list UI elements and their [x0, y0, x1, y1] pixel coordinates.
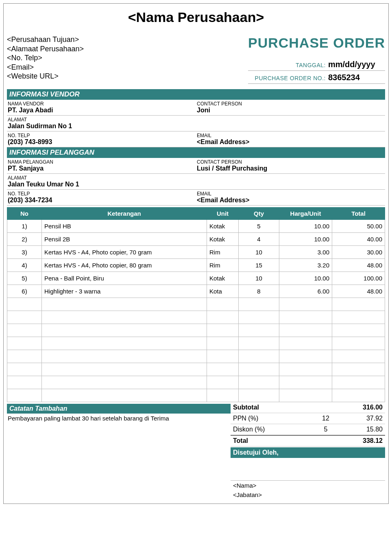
vendor-contact-value: Joni [196, 107, 385, 116]
ppn-row: PPN (%) 12 37.92 [231, 413, 385, 424]
purchase-order-page: <Nama Perusahaan> <Perusahaan Tujuan> <A… [3, 3, 389, 504]
cell-price: 3.00 [279, 246, 332, 259]
company-name: <Nama Perusahaan> [7, 9, 385, 25]
vendor-addr-value: Jalan Sudirman No 1 [7, 123, 385, 131]
vendor-email-label: EMAIL [196, 131, 385, 138]
vendor-email-value: <Email Address> [196, 138, 385, 147]
header-row: <Perusahaan Tujuan> <Alamaat Perusahaan>… [7, 35, 385, 85]
addr-line4: <Email> [7, 63, 84, 72]
vendor-name-value: PT. Jaya Abadi [7, 107, 196, 116]
vendor-tel-label: NO. TELP [7, 131, 196, 138]
cell-qty: 8 [239, 285, 279, 298]
cell-total: 50.00 [332, 220, 385, 233]
approval-role: <Jabatan> [231, 490, 385, 499]
approval-title: Disetujui Oleh, [231, 447, 385, 458]
subtotal-label: Subtotal [233, 404, 314, 411]
col-qty: Qty [239, 208, 279, 220]
cell-desc: Pena - Ball Point, Biru [42, 272, 207, 285]
cust-row2: ALAMAT Jalan Teuku Umar No 1 [7, 174, 385, 190]
cell-price: 10.00 [279, 233, 332, 246]
po-number-row: PURCHASE ORDER NO.: 8365234 [248, 72, 385, 84]
cell-unit: Kota [207, 285, 239, 298]
col-desc: Keterangan [42, 208, 207, 220]
diskon-value: 15.80 [338, 426, 383, 433]
vendor-section-title: INFORMASI VENDOR [7, 89, 385, 100]
subtotal-value: 316.00 [338, 404, 383, 411]
col-price: Harga/Unit [279, 208, 332, 220]
vendor-contact-label: CONTACT PERSON [196, 100, 385, 107]
po-title: PURCHASE ORDER [248, 35, 385, 51]
table-row: 3)Kertas HVS - A4, Photo copier, 70 gram… [7, 246, 385, 259]
table-row: 1)Pensil HBKotak510.0050.00 [7, 220, 385, 233]
cust-contact-label: CONTACT PERSON [196, 158, 385, 165]
table-row-empty [7, 350, 385, 363]
cell-unit: Kotak [207, 272, 239, 285]
po-meta: TANGGAL: mm/dd/yyyy PURCHASE ORDER NO.: … [248, 59, 385, 84]
cell-total: 100.00 [332, 272, 385, 285]
cell-desc: Kertas HVS - A4, Photo copier, 80 gram [42, 259, 207, 272]
cust-row1: NAMA PELANGGAN PT. Sanjaya CONTACT PERSO… [7, 158, 385, 174]
notes-text: Pembayaran paling lambat 30 hari setelah… [7, 414, 231, 423]
cust-name-label: NAMA PELANGGAN [7, 158, 196, 165]
cell-desc: Pensil 2B [42, 233, 207, 246]
cell-desc: Pensil HB [42, 220, 207, 233]
cell-qty: 4 [239, 233, 279, 246]
cust-email-value: <Email Address> [196, 197, 385, 206]
cell-unit: Kotak [207, 220, 239, 233]
cust-addr-label: ALAMAT [7, 174, 385, 181]
cell-total: 48.00 [332, 285, 385, 298]
table-row-empty [7, 298, 385, 311]
vendor-row2: ALAMAT Jalan Sudirman No 1 [7, 116, 385, 131]
table-row-empty [7, 376, 385, 389]
table-row-empty [7, 389, 385, 402]
cell-qty: 15 [239, 259, 279, 272]
cell-no: 3) [7, 246, 42, 259]
cell-qty: 10 [239, 246, 279, 259]
cell-no: 2) [7, 233, 42, 246]
vendor-row3: NO. TELP (203) 743-8993 EMAIL <Email Add… [7, 131, 385, 147]
vendor-name-label: NAMA VENDOR [7, 100, 196, 107]
cell-no: 4) [7, 259, 42, 272]
bottom-section: Catatan Tambahan Pembayaran paling lamba… [7, 402, 385, 499]
po-date-row: TANGGAL: mm/dd/yyyy [248, 59, 385, 71]
cell-price: 6.00 [279, 285, 332, 298]
cell-unit: Kotak [207, 233, 239, 246]
addr-line2: <Alamaat Perusahaan> [7, 44, 84, 54]
cell-qty: 10 [239, 272, 279, 285]
col-no: No [7, 208, 42, 220]
items-table: No Keterangan Unit Qty Harga/Unit Total … [7, 207, 385, 402]
table-row-empty [7, 311, 385, 324]
cell-price: 10.00 [279, 272, 332, 285]
date-value: mm/dd/yyyy [328, 60, 385, 69]
vendor-row1: NAMA VENDOR PT. Jaya Abadi CONTACT PERSO… [7, 100, 385, 116]
pono-value: 8365234 [328, 73, 385, 82]
totals-block: Subtotal 316.00 PPN (%) 12 37.92 Diskon … [231, 402, 385, 499]
table-row-empty [7, 324, 385, 337]
subtotal-row: Subtotal 316.00 [231, 402, 385, 413]
addr-line5: <Website URL> [7, 72, 84, 81]
total-label: Total [233, 437, 314, 444]
cell-unit: Rim [207, 246, 239, 259]
cell-qty: 5 [239, 220, 279, 233]
po-header-right: PURCHASE ORDER TANGGAL: mm/dd/yyyy PURCH… [248, 35, 385, 85]
table-row: 4)Kertas HVS - A4, Photo copier, 80 gram… [7, 259, 385, 272]
diskon-pct: 5 [314, 426, 338, 433]
cell-price: 10.00 [279, 220, 332, 233]
cell-desc: Highlighter - 3 warna [42, 285, 207, 298]
notes-title: Catatan Tambahan [7, 404, 231, 414]
ppn-label: PPN (%) [233, 415, 314, 422]
cust-addr-value: Jalan Teuku Umar No 1 [7, 181, 385, 190]
cell-unit: Rim [207, 259, 239, 272]
addr-line1: <Perusahaan Tujuan> [7, 35, 84, 44]
ppn-value: 37.92 [338, 415, 383, 422]
cust-tel-value: (203) 334-7234 [7, 197, 196, 206]
pono-label: PURCHASE ORDER NO.: [255, 75, 326, 81]
total-value: 338.12 [338, 437, 383, 444]
table-row: 2)Pensil 2BKotak410.0040.00 [7, 233, 385, 246]
col-unit: Unit [207, 208, 239, 220]
cell-price: 3.20 [279, 259, 332, 272]
cell-desc: Kertas HVS - A4, Photo copier, 70 gram [42, 246, 207, 259]
table-row-empty [7, 337, 385, 350]
cust-email-label: EMAIL [196, 190, 385, 197]
items-header-row: No Keterangan Unit Qty Harga/Unit Total [7, 208, 385, 220]
